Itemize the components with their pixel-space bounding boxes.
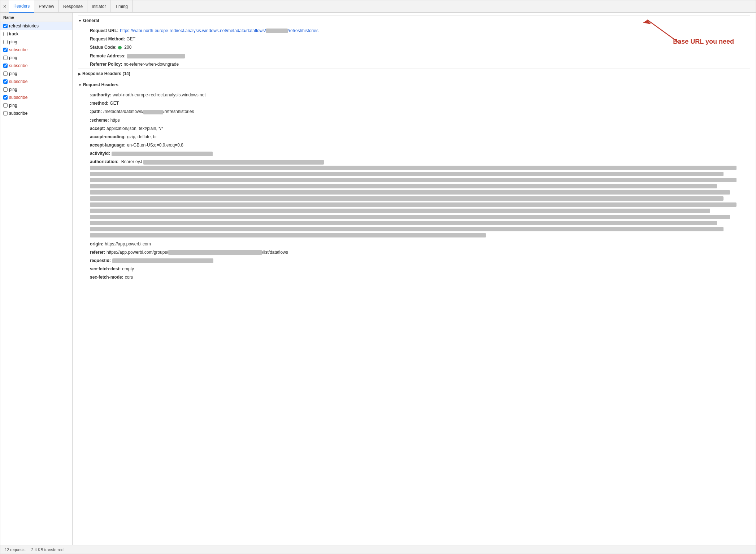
status-green-dot: [118, 46, 122, 49]
auth-line-11: [90, 221, 717, 225]
auth-line-3: [90, 172, 724, 176]
tab-response[interactable]: Response: [59, 0, 87, 13]
list-item[interactable]: subscribe: [0, 109, 72, 117]
requestid-row: requestid:: [84, 257, 750, 265]
item-checkbox[interactable]: [3, 24, 8, 28]
auth-line-8: [90, 202, 737, 207]
status-code-row: Status Code: 200: [84, 43, 750, 52]
item-checkbox[interactable]: [3, 40, 8, 44]
item-label: refreshhistories: [9, 23, 39, 29]
authorization-prefix: Bearer eyJ: [121, 159, 142, 164]
list-item[interactable]: ping: [0, 38, 72, 46]
activityid-redacted: [112, 152, 213, 156]
referer-label: referer:: [90, 249, 105, 256]
list-item[interactable]: refreshhistories: [0, 22, 72, 30]
request-url-label: Request URL:: [90, 27, 118, 34]
network-list[interactable]: refreshhistories track ping subscribe pi…: [0, 22, 72, 545]
item-checkbox[interactable]: [3, 48, 8, 52]
close-tab-button[interactable]: ✕: [2, 4, 8, 9]
item-checkbox[interactable]: [3, 79, 8, 84]
sec-fetch-dest-label: sec-fetch-dest:: [90, 266, 121, 272]
path-label: :path:: [90, 108, 102, 115]
remote-address-label: Remote Address:: [90, 53, 126, 60]
scheme-row: :scheme: https: [84, 116, 750, 125]
list-item[interactable]: subscribe: [0, 46, 72, 54]
item-checkbox[interactable]: [3, 56, 8, 60]
item-label: subscribe: [9, 79, 27, 84]
method-label: :method:: [90, 100, 108, 107]
request-headers-label: Request Headers: [83, 82, 118, 87]
item-label: subscribe: [9, 63, 27, 68]
list-item[interactable]: subscribe: [0, 62, 72, 70]
accept-encoding-row: accept-encoding: gzip, deflate, br: [84, 133, 750, 141]
remote-address-redacted: [127, 54, 185, 58]
list-item[interactable]: subscribe: [0, 93, 72, 101]
authorization-label: authorization:: [90, 159, 118, 164]
item-checkbox[interactable]: [3, 32, 8, 36]
method-value: GET: [110, 100, 119, 107]
auth-line-5: [90, 184, 717, 188]
auth-line-9: [90, 209, 710, 213]
requestid-value: [112, 257, 213, 264]
referer-value: https://app.powerbi.com/groups/ /list/da…: [107, 249, 288, 256]
response-headers-section-header[interactable]: Response Headers (14): [78, 69, 750, 78]
accept-row: accept: application/json, text/plain, */…: [84, 125, 750, 133]
tab-preview[interactable]: Preview: [34, 0, 59, 13]
item-label: subscribe: [9, 95, 27, 100]
list-item[interactable]: subscribe: [0, 78, 72, 86]
origin-row: origin: https://app.powerbi.com: [84, 240, 750, 248]
auth-line-7: [90, 196, 724, 201]
status-code-value: 200: [118, 44, 131, 51]
referer-redacted: [168, 250, 262, 255]
accept-language-value: en-GB,en-US;q=0.9,en;q=0.8: [127, 142, 183, 149]
item-label: subscribe: [9, 47, 27, 52]
general-section-header[interactable]: General: [78, 16, 750, 25]
item-checkbox[interactable]: [3, 64, 8, 68]
request-headers-toggle-icon: [78, 82, 83, 87]
authority-label: :authority:: [90, 92, 111, 99]
sec-fetch-dest-value: empty: [122, 266, 134, 272]
request-headers-content: :authority: wabi-north-europe-redirect.a…: [84, 91, 750, 282]
accept-language-label: accept-language:: [90, 142, 126, 149]
status-bar: 12 requests 2.4 KB transferred: [0, 545, 756, 554]
request-url-link[interactable]: https://wabi-north-europe-redirect.analy…: [120, 28, 318, 33]
scheme-value: https: [110, 117, 120, 124]
tabs-bar: ✕ Headers Preview Response Initiator Tim…: [0, 0, 756, 13]
item-checkbox[interactable]: [3, 111, 8, 115]
item-checkbox[interactable]: [3, 95, 8, 100]
tab-headers[interactable]: Headers: [9, 0, 34, 13]
tab-timing[interactable]: Timing: [110, 0, 132, 13]
item-label: ping: [9, 55, 17, 60]
list-item[interactable]: ping: [0, 54, 72, 62]
auth-line-10: [90, 215, 730, 219]
auth-line-last: [90, 233, 486, 237]
list-item[interactable]: ping: [0, 86, 72, 93]
accept-label: accept:: [90, 125, 105, 132]
list-item[interactable]: ping: [0, 70, 72, 78]
requests-count: 12 requests: [5, 548, 25, 552]
auth-line-4: [90, 178, 737, 182]
response-headers-toggle-icon: [78, 71, 82, 76]
auth-line-6: [90, 190, 730, 195]
remote-address-value: [127, 53, 185, 60]
request-headers-section-header[interactable]: Request Headers: [78, 80, 750, 90]
item-checkbox[interactable]: [3, 71, 8, 76]
authorization-redacted-1: [143, 160, 324, 165]
main-content: Name refreshhistories track ping subsc: [0, 13, 756, 545]
item-checkbox[interactable]: [3, 87, 8, 92]
transfer-size: 2.4 KB transferred: [31, 548, 63, 552]
network-sidebar: Name refreshhistories track ping subsc: [0, 13, 73, 545]
list-item[interactable]: track: [0, 30, 72, 38]
headers-panel[interactable]: Base URL you need General Request URL: h…: [73, 13, 756, 545]
request-method-value: GET: [126, 36, 135, 43]
sec-fetch-mode-row: sec-fetch-mode: cors: [84, 273, 750, 282]
item-label: ping: [9, 39, 17, 44]
url-redacted-part: [266, 29, 288, 33]
list-item[interactable]: ping: [0, 101, 72, 109]
item-checkbox[interactable]: [3, 103, 8, 108]
authorization-blurred-block: [90, 166, 750, 239]
tab-initiator[interactable]: Initiator: [87, 0, 110, 13]
requestid-redacted: [112, 258, 213, 263]
origin-label: origin:: [90, 241, 103, 248]
item-label: ping: [9, 103, 17, 108]
